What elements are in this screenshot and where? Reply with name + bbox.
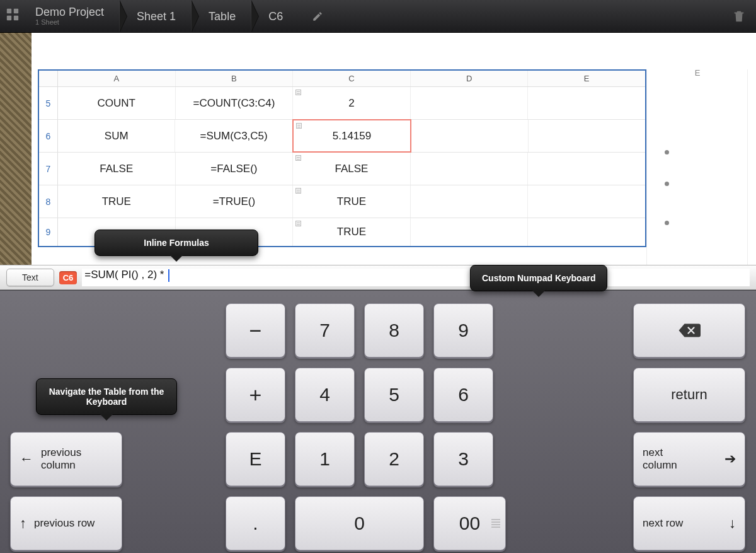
cell-D8[interactable] — [411, 185, 529, 218]
cell-E6[interactable] — [529, 120, 645, 152]
cell-D7[interactable] — [411, 153, 529, 185]
col-header-B[interactable]: B — [176, 71, 294, 86]
cell-E7[interactable] — [528, 153, 645, 185]
formula-bar: Text C6 =SUM( PI() , 2) * — [0, 265, 756, 290]
crumb-cell[interactable]: C6 — [252, 0, 299, 32]
key-3[interactable]: 3 — [433, 432, 493, 486]
row-number[interactable]: 5 — [39, 87, 58, 119]
svg-rect-3 — [14, 16, 18, 20]
crumb-project-sub: 1 Sheet — [35, 19, 104, 26]
spreadsheet-area: E A B C D E 5COUNT=COUNT(C3:C4)26SUM=SUM… — [0, 33, 756, 265]
key-next-row[interactable]: next row ↓ — [633, 496, 745, 550]
key-00[interactable]: 00 — [433, 496, 506, 550]
formula-marker-icon — [295, 155, 301, 161]
key-4[interactable]: 4 — [295, 368, 355, 422]
key-9[interactable]: 9 — [433, 303, 493, 358]
cell-A7[interactable]: FALSE — [58, 153, 176, 185]
key-1[interactable]: 1 — [295, 432, 355, 486]
formula-marker-icon — [295, 188, 301, 194]
cell-C7[interactable]: FALSE — [293, 153, 411, 185]
formula-marker-icon — [295, 221, 301, 226]
mode-text-button[interactable]: Text — [6, 269, 54, 286]
tooltip-numpad: Custom Numpad Keyboard — [470, 265, 607, 291]
col-header-C[interactable]: C — [293, 71, 411, 86]
arrow-right-icon: ➔ — [724, 451, 736, 467]
key-return[interactable]: return — [633, 368, 745, 422]
drag-grip-icon — [491, 520, 500, 528]
row-number[interactable]: 8 — [39, 185, 58, 218]
tooltip-navigate: Navigate the Table from the Keyboard — [36, 378, 177, 415]
cell-B7[interactable]: =FALSE() — [176, 153, 294, 185]
cell-C5[interactable]: 2 — [293, 87, 411, 119]
cell-E9[interactable] — [528, 218, 645, 246]
row-number[interactable]: 6 — [39, 120, 58, 152]
key-8[interactable]: 8 — [364, 303, 424, 358]
key-6[interactable]: 6 — [433, 368, 493, 422]
key-7[interactable]: 7 — [295, 303, 355, 358]
crumb-object[interactable]: Table — [192, 0, 252, 32]
formula-text: =SUM( PI() , 2) * — [84, 269, 167, 281]
cell-C9[interactable]: TRUE — [293, 218, 411, 246]
edit-icon[interactable] — [312, 11, 323, 22]
cell-D5[interactable] — [411, 87, 529, 119]
ghost-col-header: E — [647, 68, 748, 78]
key-5[interactable]: 5 — [364, 368, 424, 422]
key-minus[interactable]: − — [226, 303, 285, 358]
home-icon[interactable] — [0, 8, 25, 25]
arrow-up-icon: ↑ — [20, 515, 26, 532]
cell-D6[interactable] — [411, 120, 528, 152]
cell-C8[interactable]: TRUE — [293, 185, 411, 218]
cell-C6[interactable]: 5.14159 — [292, 119, 411, 153]
col-header-E[interactable]: E — [528, 71, 645, 86]
cell-A6[interactable]: SUM — [58, 120, 175, 152]
svg-rect-0 — [7, 9, 11, 13]
key-prev-row[interactable]: ↑ previous row — [10, 496, 122, 550]
crumb-project-title: Demo Project — [35, 6, 104, 18]
key-E[interactable]: E — [226, 432, 285, 486]
svg-rect-1 — [14, 9, 18, 13]
ghost-dot — [665, 150, 669, 154]
numpad-keyboard: − + E . 7 8 9 4 5 6 1 2 3 0 00 return ne… — [0, 290, 756, 553]
key-dot[interactable]: . — [226, 496, 285, 550]
table-header-row: A B C D E — [39, 71, 645, 87]
formula-marker-icon — [296, 123, 302, 129]
cell-E8[interactable] — [528, 185, 645, 218]
crumb-sheet[interactable]: Sheet 1 — [120, 0, 192, 32]
cell-A8[interactable]: TRUE — [58, 185, 176, 218]
svg-rect-2 — [7, 16, 11, 20]
cell-A5[interactable]: COUNT — [58, 87, 176, 119]
arrow-down-icon: ↓ — [729, 515, 736, 532]
text-caret — [168, 269, 169, 282]
table-row: 8TRUE=TRUE()TRUE — [39, 185, 645, 218]
col-header-A[interactable]: A — [58, 71, 176, 86]
cell-D9[interactable] — [411, 218, 529, 246]
cell-B6[interactable]: =SUM(C3,C5) — [175, 120, 292, 152]
backspace-icon — [678, 322, 701, 339]
key-backspace[interactable] — [633, 303, 745, 358]
arrow-left-icon: ← — [20, 451, 33, 467]
tooltip-inline-formulas: Inline Formulas — [94, 230, 258, 256]
key-prev-column[interactable]: ← previouscolumn — [10, 432, 122, 486]
crumb-project[interactable]: Demo Project 1 Sheet — [25, 0, 120, 32]
tooltip-text: Navigate the Table from the Keyboard — [49, 387, 164, 407]
trash-icon[interactable] — [732, 0, 746, 32]
tooltip-text: Custom Numpad Keyboard — [482, 273, 595, 283]
row-number[interactable]: 7 — [39, 153, 58, 185]
row-number[interactable]: 9 — [39, 218, 58, 246]
breadcrumb: Demo Project 1 Sheet Sheet 1 Table C6 — [25, 0, 299, 32]
cell-E5[interactable] — [528, 87, 645, 119]
cell-B5[interactable]: =COUNT(C3:C4) — [176, 87, 294, 119]
col-header-D[interactable]: D — [411, 71, 529, 86]
formula-input[interactable]: =SUM( PI() , 2) * — [82, 269, 750, 286]
spreadsheet-table[interactable]: A B C D E 5COUNT=COUNT(C3:C4)26SUM=SUM(C… — [38, 69, 646, 247]
key-0[interactable]: 0 — [295, 496, 424, 550]
ghost-dot — [665, 221, 669, 225]
table-row: 6SUM=SUM(C3,C5)5.14159 — [39, 120, 645, 153]
formula-marker-icon — [295, 90, 301, 95]
key-next-column[interactable]: nextcolumn ➔ — [633, 432, 745, 486]
ghost-dot — [665, 182, 669, 186]
cell-B8[interactable]: =TRUE() — [176, 185, 294, 218]
key-plus[interactable]: + — [226, 368, 285, 422]
key-2[interactable]: 2 — [364, 432, 424, 486]
table-row: 5COUNT=COUNT(C3:C4)2 — [39, 87, 645, 120]
